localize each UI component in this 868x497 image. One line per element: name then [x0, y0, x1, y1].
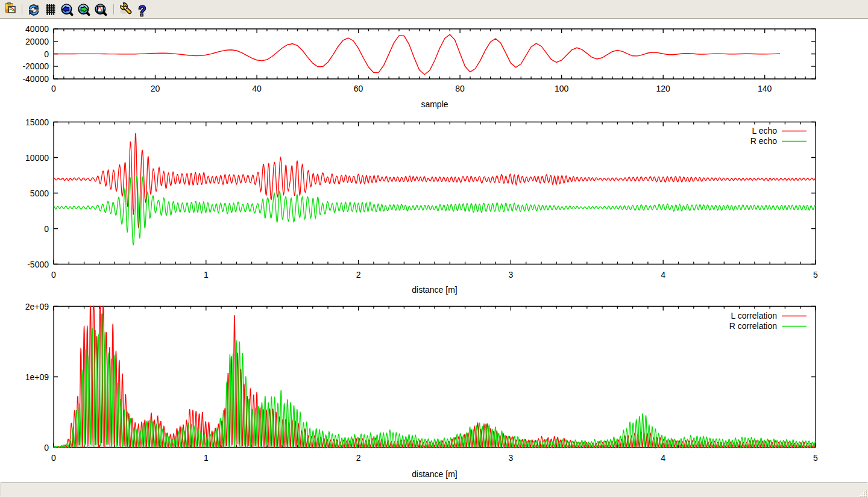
svg-text:sample: sample — [421, 99, 448, 109]
svg-text:R correlation: R correlation — [729, 321, 777, 331]
svg-text:15000: 15000 — [25, 117, 49, 127]
svg-text:0: 0 — [51, 270, 56, 280]
svg-text:0: 0 — [44, 224, 49, 234]
svg-text:40: 40 — [252, 84, 262, 93]
svg-text:120: 120 — [656, 84, 671, 93]
svg-text:0: 0 — [44, 443, 49, 452]
svg-text:-5000: -5000 — [27, 260, 49, 269]
svg-text:0: 0 — [51, 84, 56, 93]
svg-text:0: 0 — [51, 453, 56, 463]
svg-text:5000: 5000 — [30, 189, 49, 198]
svg-text:-40000: -40000 — [22, 74, 49, 84]
svg-text:1: 1 — [204, 270, 209, 280]
svg-text:3: 3 — [509, 453, 514, 463]
svg-text:20: 20 — [151, 84, 160, 93]
svg-text:80: 80 — [455, 84, 465, 93]
svg-text:140: 140 — [758, 84, 772, 93]
svg-text:2: 2 — [356, 270, 361, 280]
svg-text:5: 5 — [813, 270, 818, 280]
svg-text:2e+09: 2e+09 — [25, 302, 49, 311]
svg-text:3: 3 — [509, 270, 514, 280]
svg-text:distance [m]: distance [m] — [412, 469, 457, 479]
svg-text:4: 4 — [661, 270, 665, 280]
svg-text:1: 1 — [204, 453, 209, 463]
svg-text:distance [m]: distance [m] — [412, 285, 457, 295]
svg-text:40000: 40000 — [25, 24, 49, 34]
svg-text:L correlation: L correlation — [731, 311, 777, 320]
svg-text:4: 4 — [661, 453, 665, 463]
svg-text:R echo: R echo — [750, 136, 778, 146]
svg-text:20000: 20000 — [25, 37, 49, 46]
svg-text:10000: 10000 — [25, 153, 49, 163]
svg-text:1e+09: 1e+09 — [25, 372, 49, 382]
svg-text:2: 2 — [356, 453, 361, 463]
svg-text:60: 60 — [354, 84, 363, 93]
svg-text:-20000: -20000 — [22, 61, 49, 71]
svg-text:L echo: L echo — [752, 126, 777, 136]
svg-text:100: 100 — [555, 84, 569, 93]
svg-text:0: 0 — [44, 49, 49, 59]
svg-text:5: 5 — [813, 453, 818, 463]
